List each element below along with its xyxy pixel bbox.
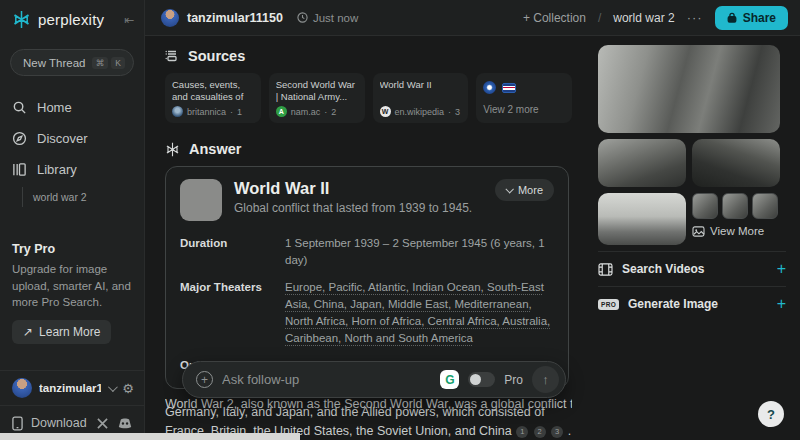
pro-toggle-label: Pro	[504, 373, 523, 387]
answer-paragraph-line: Germany, Italy, and Japan, and the Allie…	[165, 403, 588, 422]
source-card[interactable]: Causes, events, and casualties of Worl..…	[165, 73, 261, 123]
war-photo-soldiers-marching[interactable]	[598, 139, 686, 187]
add-image-icon[interactable]: +	[777, 295, 786, 313]
brand-row: perplexity ⇤	[0, 0, 144, 29]
view-more-sources-card[interactable]: View 2 more	[476, 73, 572, 123]
knowledge-card: World War II Global conflict that lasted…	[165, 166, 569, 389]
war-photo-tanks[interactable]	[598, 45, 780, 133]
war-photo-flag-raising[interactable]	[598, 193, 686, 245]
image-row: View More	[598, 193, 786, 245]
breadcrumb-separator: /	[598, 11, 601, 25]
topbar-actions: + Collection / world war 2 ··· Share	[523, 6, 788, 30]
new-thread-button[interactable]: New Thread ⌘ K	[10, 49, 134, 76]
thumbnail-row	[692, 193, 780, 219]
fact-value[interactable]: Europe, Pacific, Atlantic, Indian Ocean,…	[285, 279, 554, 348]
share-button[interactable]: Share	[715, 6, 788, 30]
museum-favicon	[483, 81, 496, 94]
source-index: 3	[455, 107, 460, 117]
more-options-icon[interactable]: ···	[687, 10, 703, 25]
view-more-images-button[interactable]: View More	[692, 225, 780, 237]
grammarly-icon[interactable]: G	[440, 370, 459, 389]
answer-asterisk-icon	[165, 142, 180, 157]
card-subtitle: Global conflict that lasted from 1939 to…	[234, 201, 472, 215]
war-photo-thumbnail[interactable]	[722, 193, 748, 219]
more-button[interactable]: More	[495, 179, 554, 201]
attach-plus-icon[interactable]: +	[196, 371, 213, 388]
discord-icon[interactable]	[118, 418, 132, 429]
source-meta: A nam.ac · 2	[276, 106, 358, 117]
generate-image-row[interactable]: PRO Generate Image +	[598, 286, 786, 321]
external-arrow-icon: ↗	[23, 325, 33, 339]
source-meta: W en.wikipedia · 3	[380, 106, 462, 117]
source-domain: nam.ac	[291, 107, 321, 117]
avatar	[161, 9, 179, 27]
search-videos-label: Search Videos	[622, 262, 705, 276]
social-icons	[97, 418, 132, 429]
knowledge-card-header: World War II Global conflict that lasted…	[180, 179, 554, 221]
source-index: 1	[237, 107, 242, 117]
add-to-collection-button[interactable]: + Collection	[523, 11, 586, 25]
new-thread-label: New Thread	[23, 57, 85, 69]
collapse-sidebar-icon[interactable]: ⇤	[124, 13, 134, 27]
citation-badge[interactable]: 3	[551, 426, 563, 438]
sidebar-thread-world-war-2[interactable]: world war 2	[22, 187, 144, 207]
sidebar-item-label: Library	[37, 162, 77, 177]
learn-more-button[interactable]: ↗ Learn More	[12, 320, 111, 344]
try-pro-description: Upgrade for image upload, smarter AI, an…	[12, 261, 136, 311]
compass-icon	[12, 131, 27, 146]
download-label[interactable]: Download	[31, 416, 87, 430]
lock-icon	[727, 12, 737, 23]
citation-badge[interactable]: 1	[516, 426, 528, 438]
ask-followup-input[interactable]	[222, 372, 431, 387]
chevron-down-icon	[505, 185, 513, 193]
sidebar: perplexity ⇤ New Thread ⌘ K Home	[0, 0, 145, 440]
collection-label: Collection	[533, 11, 586, 25]
war-photo-battle-smoke[interactable]	[692, 139, 780, 187]
thread-author: tanzimular11150	[187, 11, 283, 25]
sidebar-item-discover[interactable]: Discover	[0, 123, 144, 154]
source-title: Second World War | National Army...	[276, 79, 358, 103]
sidebar-item-home[interactable]: Home	[0, 92, 144, 123]
answer-section-header: Answer	[165, 141, 572, 157]
dot-separator: ·	[324, 107, 327, 117]
sidebar-item-label: Discover	[37, 131, 88, 146]
paragraph-period: .	[568, 424, 571, 438]
war-photo-thumbnail[interactable]	[752, 193, 778, 219]
add-videos-icon[interactable]: +	[777, 260, 786, 278]
extra-source-favicons	[483, 81, 565, 94]
x-twitter-icon[interactable]	[97, 418, 108, 429]
source-domain: en.wikipedia	[395, 107, 445, 117]
share-label: Share	[743, 11, 776, 25]
sidebar-item-library[interactable]: Library	[0, 154, 144, 185]
fact-label: Major Theaters	[180, 279, 285, 348]
sidebar-nav: Home Discover Library world war 2	[0, 92, 144, 207]
source-cards: Causes, events, and casualties of Worl..…	[165, 73, 572, 123]
shortcut-keys: ⌘ K	[92, 57, 125, 69]
wikipedia-favicon: W	[380, 106, 391, 117]
britannica-favicon	[172, 106, 183, 117]
sources-section-header: Sources	[165, 48, 572, 64]
generate-image-label: Generate Image	[628, 297, 718, 311]
pro-badge: PRO	[598, 299, 619, 310]
copilot-toggle[interactable]	[468, 372, 495, 387]
search-videos-row[interactable]: Search Videos +	[598, 251, 786, 286]
help-button[interactable]: ?	[758, 401, 784, 427]
submit-arrow-button[interactable]: ↑	[532, 366, 559, 393]
gear-icon[interactable]: ⚙	[122, 381, 134, 396]
source-meta: britannica · 1	[172, 106, 254, 117]
source-title: Causes, events, and casualties of Worl..…	[172, 79, 254, 103]
sidebar-item-label: Home	[37, 100, 72, 115]
media-panel: View More Search Videos + PRO Generate I…	[592, 36, 800, 440]
sources-heading: Sources	[188, 48, 245, 64]
top-bar: tanzimular11150 Just now + Collection / …	[145, 0, 800, 36]
citation-badge[interactable]: 2	[534, 426, 546, 438]
search-icon	[12, 100, 27, 115]
learn-more-label: Learn More	[39, 325, 100, 339]
more-label: More	[518, 184, 543, 196]
source-card[interactable]: Second World War | National Army... A na…	[269, 73, 365, 123]
fact-row: Duration 1 September 1939 – 2 September …	[180, 235, 554, 270]
k-key: K	[111, 57, 125, 69]
war-photo-thumbnail[interactable]	[692, 193, 718, 219]
user-account-row[interactable]: tanzimular111... ⚙	[0, 370, 144, 405]
source-card[interactable]: World War II W en.wikipedia · 3	[373, 73, 469, 123]
